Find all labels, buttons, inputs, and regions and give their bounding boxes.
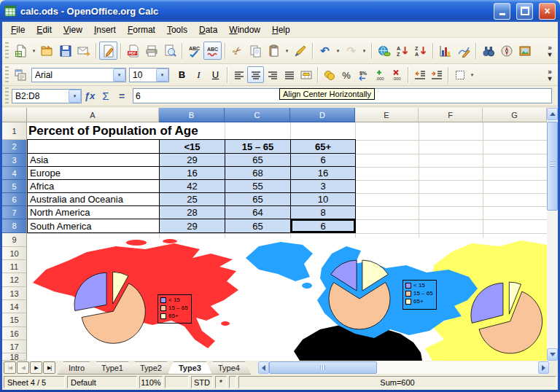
underline-button[interactable]: U [207, 66, 224, 83]
cell-A5[interactable]: Africa [28, 180, 160, 193]
row-header-9[interactable]: 9 [2, 233, 27, 247]
maximize-button[interactable] [516, 3, 533, 20]
next-sheet-button[interactable]: ▶ [30, 361, 42, 374]
column-header-A[interactable]: A [27, 108, 159, 122]
show-draw-functions-button[interactable] [454, 42, 472, 60]
navigator-button[interactable] [497, 42, 516, 60]
cell-B5[interactable]: 42 [160, 180, 225, 193]
column-header-G[interactable]: G [483, 108, 547, 122]
cell-D2[interactable]: 65+ [291, 140, 356, 154]
function-button[interactable]: = [114, 87, 130, 105]
justified-button[interactable] [281, 66, 298, 83]
row-header-6[interactable]: 6 [2, 193, 27, 206]
cell-C7[interactable]: 64 [225, 206, 291, 219]
export-pdf-button[interactable]: PDF [124, 42, 142, 60]
font-size-combobox[interactable]: 10 ▾ [129, 68, 169, 82]
name-box[interactable]: B2:D8 ▾ [12, 89, 82, 103]
borders-dropdown[interactable]: ▾ [468, 66, 476, 84]
close-button[interactable]: × [539, 3, 556, 20]
cell-B2[interactable]: <15 [160, 140, 225, 154]
cell-C2[interactable]: 15 – 65 [225, 140, 291, 154]
standard-format-button[interactable]: $% [354, 66, 371, 83]
last-sheet-button[interactable]: ▶| [43, 361, 55, 374]
column-header-E[interactable]: E [355, 108, 419, 122]
age-distribution-chart[interactable]: < 15 15 – 65 65+ < 15 15 – 65 65+ [27, 238, 547, 361]
sort-ascending-button[interactable]: A Z [393, 42, 411, 60]
cell-D5[interactable]: 3 [291, 180, 356, 193]
status-sheet-position[interactable]: Sheet 4 / 5 [4, 376, 65, 388]
row-header-1[interactable]: 1 [2, 122, 27, 140]
cell-D8-active[interactable]: 6 [291, 219, 356, 233]
cell-D4[interactable]: 16 [291, 167, 356, 180]
sheet-tab-type2[interactable]: Type2 [129, 361, 173, 375]
increase-indent-button[interactable] [428, 66, 445, 83]
styles-and-formatting-button[interactable] [12, 66, 28, 83]
row-header-11[interactable]: 11 [2, 260, 27, 273]
open-button[interactable] [38, 42, 56, 60]
spelling-button[interactable]: ABC [185, 42, 203, 60]
vertical-scrollbar[interactable] [547, 108, 558, 361]
horizontal-scroll-thumb[interactable] [269, 361, 377, 374]
vertical-scroll-thumb[interactable] [547, 122, 558, 211]
bold-button[interactable]: B [174, 66, 190, 83]
row-header-13[interactable]: 13 [2, 287, 27, 300]
decrease-indent-button[interactable] [411, 66, 428, 83]
undo-dropdown[interactable]: ▾ [334, 42, 342, 60]
column-header-D[interactable]: D [290, 108, 355, 122]
italic-button[interactable]: I [190, 66, 207, 83]
redo-button[interactable]: ↷ [342, 42, 360, 60]
borders-button[interactable] [451, 66, 468, 83]
status-zoom[interactable]: 110% [139, 376, 163, 388]
row-header-14[interactable]: 14 [2, 300, 27, 313]
align-right-button[interactable] [264, 66, 281, 83]
copy-button[interactable] [246, 42, 265, 60]
scroll-track[interactable] [377, 361, 538, 374]
menu-view[interactable]: View [58, 23, 88, 37]
toolbar-overflow[interactable]: » ▾ [543, 68, 556, 82]
menu-data[interactable]: Data [193, 23, 223, 37]
sheet-tab-type3-active[interactable]: Type3 [168, 361, 212, 375]
row-header-18[interactable]: 18 [2, 353, 27, 361]
column-header-C[interactable]: C [225, 108, 290, 122]
format-paintbrush-button[interactable] [291, 42, 309, 60]
new-dropdown[interactable]: ▾ [30, 42, 38, 60]
column-header-B[interactable]: B [159, 108, 225, 122]
first-sheet-button[interactable]: |◀ [4, 361, 16, 374]
status-selection-mode[interactable]: STD [191, 376, 213, 388]
toolbar-overflow[interactable]: » ▾ [543, 44, 556, 58]
chevron-down-icon[interactable]: ▾ [156, 68, 168, 82]
cell-B4[interactable]: 16 [160, 167, 225, 180]
find-replace-button[interactable] [479, 42, 497, 60]
row-header-2[interactable]: 2 [2, 140, 27, 154]
sum-button[interactable]: Σ [98, 87, 114, 105]
cell-grid[interactable]: Percent of Population of Age <15 15 – 65… [27, 122, 547, 361]
cell-A3[interactable]: Asia [28, 154, 160, 167]
save-button[interactable] [56, 42, 74, 60]
cell-D6[interactable]: 10 [291, 193, 356, 206]
status-page-style[interactable]: Default [67, 376, 137, 388]
sheet-tab-intro[interactable]: Intro [58, 361, 96, 375]
menu-tools[interactable]: Tools [161, 23, 193, 37]
chart-legend[interactable]: < 15 15 – 65 65+ [158, 294, 192, 324]
menu-window[interactable]: Window [223, 23, 266, 37]
delete-decimal-button[interactable]: .000 [388, 66, 405, 83]
minimize-button[interactable] [494, 3, 510, 20]
status-insert-mode[interactable] [165, 376, 189, 388]
row-header-12[interactable]: 12 [2, 273, 27, 287]
page-preview-button[interactable] [160, 42, 179, 60]
scroll-down-button[interactable] [547, 348, 558, 361]
menu-file[interactable]: File [5, 23, 31, 37]
row-header-5[interactable]: 5 [2, 180, 27, 193]
cell-C6[interactable]: 65 [225, 193, 291, 206]
paste-dropdown[interactable]: ▾ [283, 42, 291, 60]
paste-button[interactable] [265, 42, 283, 60]
toolbar-grip[interactable] [5, 42, 9, 60]
redo-dropdown[interactable]: ▾ [360, 42, 368, 60]
hyperlink-button[interactable] [375, 42, 393, 60]
row-header-7[interactable]: 7 [2, 206, 27, 219]
cell-D7[interactable]: 8 [291, 206, 356, 219]
gallery-button[interactable] [516, 42, 534, 60]
row-header-3[interactable]: 3 [2, 154, 27, 167]
menu-format[interactable]: Format [122, 23, 161, 37]
status-sum[interactable]: Sum=600 [238, 376, 556, 388]
